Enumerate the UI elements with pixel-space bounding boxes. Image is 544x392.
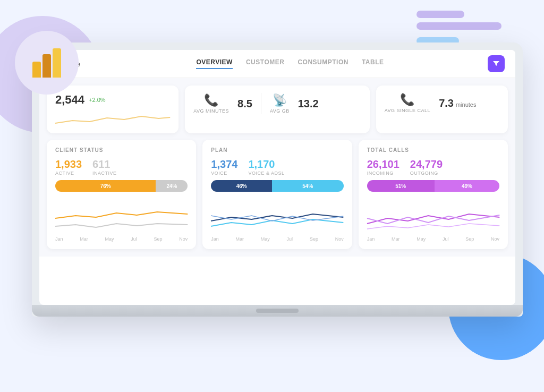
- avg-gb-label: AVG GB: [270, 108, 290, 114]
- chart-total-calls: TOTAL CALLS 26,101 INCOMING 24,779 OUTGO…: [359, 140, 508, 249]
- chart-client-status: CLIENT STATUS 1,933 ACTIVE 611 INACTIVE: [47, 140, 196, 249]
- x-label-may-1: May: [105, 236, 114, 242]
- active-seg: 76%: [55, 180, 156, 192]
- metric-change-total: +2.0%: [89, 97, 106, 103]
- vadsl-label: VOICE & ADSL: [248, 171, 284, 176]
- x-label-jul-1: Jul: [131, 236, 137, 242]
- vadsl-value: 1,170: [248, 158, 284, 171]
- plan-progress: 46% 54%: [211, 180, 343, 192]
- stat-inactive: 611 INACTIVE: [92, 158, 117, 176]
- voice-label: VOICE: [211, 171, 237, 176]
- client-status-sparkline: [55, 197, 188, 234]
- tab-table[interactable]: TABLE: [362, 58, 384, 69]
- plan-sparkline: [211, 197, 343, 234]
- metric-item-avg-minutes: 📞 AVG MINUTES: [193, 93, 229, 114]
- metric-item-avg-gb: 📡 AVG GB: [270, 93, 290, 114]
- stat-vadsl: 1,170 VOICE & ADSL: [248, 158, 284, 176]
- metric-main-total: 2,544 +2.0%: [55, 93, 170, 107]
- single-call-value-group: 7.3 minutes: [439, 97, 476, 109]
- filter-icon: [492, 60, 500, 67]
- total-calls-progress: 51% 49%: [367, 180, 499, 192]
- metric-value-total: 2,544: [55, 93, 84, 107]
- x-label-sep-1: Sep: [154, 236, 163, 242]
- metric-card-single-call: 📞 AVG SINGLE CALL 7.3 minutes: [376, 86, 508, 133]
- metric-divider-1: [261, 93, 261, 114]
- incoming-value: 26,101: [367, 158, 400, 171]
- outgoing-label: OUTGOING: [410, 171, 443, 176]
- laptop-base: [32, 305, 523, 317]
- stat-outgoing: 24,779 OUTGOING: [410, 158, 443, 176]
- client-status-title: CLIENT STATUS: [55, 147, 188, 153]
- avg-single-call-value: 7.3: [439, 97, 454, 109]
- plan-x-labels: Jan Mar May Jul Sep Nov: [211, 236, 343, 242]
- tab-customer[interactable]: CUSTOMER: [246, 58, 284, 69]
- x-label-nov-3: Nov: [491, 236, 499, 242]
- dashboard-content: 2,544 +2.0% 📞: [39, 78, 515, 257]
- x-label-mar-3: Mar: [392, 236, 400, 242]
- outgoing-value: 24,779: [410, 158, 443, 171]
- plan-stats: 1,374 VOICE 1,170 VOICE & ADSL: [211, 158, 343, 176]
- total-calls-stats: 26,101 INCOMING 24,779 OUTGOING: [367, 158, 499, 176]
- laptop-wrapper: Use Case OVERVIEW CUSTOMER CONSUMPTION T…: [32, 42, 523, 360]
- avg-minutes-label: AVG MINUTES: [193, 108, 229, 114]
- x-label-jan-1: Jan: [55, 236, 63, 242]
- metric-sparkline-total: [55, 110, 170, 126]
- active-value: 1,933: [55, 158, 82, 171]
- active-label: ACTIVE: [55, 171, 82, 176]
- x-label-jan-3: Jan: [367, 236, 375, 242]
- vadsl-seg: 54%: [272, 180, 344, 192]
- tab-overview[interactable]: OVERVIEW: [196, 58, 232, 69]
- total-calls-title: TOTAL CALLS: [367, 147, 499, 153]
- total-calls-x-labels: Jan Mar May Jul Sep Nov: [367, 236, 499, 242]
- metric-items-avg: 📞 AVG MINUTES 8.5 📡 AVG GB 13.2: [193, 93, 361, 114]
- single-call-icon: 📞: [400, 93, 414, 107]
- x-label-mar-2: Mar: [236, 236, 244, 242]
- charts-row: CLIENT STATUS 1,933 ACTIVE 611 INACTIVE: [47, 140, 508, 249]
- metric-card-avg: 📞 AVG MINUTES 8.5 📡 AVG GB 13.2: [185, 86, 370, 133]
- laptop-screen: Use Case OVERVIEW CUSTOMER CONSUMPTION T…: [39, 50, 515, 305]
- nav-tabs: OVERVIEW CUSTOMER CONSUMPTION TABLE: [103, 58, 477, 69]
- phone-icon: 📞: [204, 93, 218, 107]
- metrics-row: 2,544 +2.0% 📞: [47, 86, 508, 133]
- filter-button[interactable]: [488, 55, 505, 72]
- x-label-jul-3: Jul: [443, 236, 449, 242]
- laptop-notch: [256, 309, 299, 313]
- x-label-nov-1: Nov: [179, 236, 188, 242]
- inactive-seg: 24%: [156, 180, 188, 192]
- voice-seg: 46%: [211, 180, 272, 192]
- laptop-body: Use Case OVERVIEW CUSTOMER CONSUMPTION T…: [32, 42, 523, 317]
- dashboard-header: Use Case OVERVIEW CUSTOMER CONSUMPTION T…: [39, 50, 515, 78]
- avg-gb-value: 13.2: [298, 98, 319, 110]
- total-calls-sparkline: [367, 197, 499, 234]
- x-label-may-2: May: [261, 236, 270, 242]
- avg-single-call-unit: minutes: [456, 101, 477, 108]
- x-label-jan-2: Jan: [211, 236, 219, 242]
- stat-incoming: 26,101 INCOMING: [367, 158, 400, 176]
- pbi-logo-circle: [15, 31, 79, 95]
- tab-consumption[interactable]: CONSUMPTION: [298, 58, 348, 69]
- inactive-label: INACTIVE: [92, 171, 117, 176]
- stat-active: 1,933 ACTIVE: [55, 158, 82, 176]
- client-status-x-labels: Jan Mar May Jul Sep Nov: [55, 236, 188, 242]
- client-status-stats: 1,933 ACTIVE 611 INACTIVE: [55, 158, 188, 176]
- metric-item-single-call: 📞 AVG SINGLE CALL: [385, 93, 430, 113]
- x-label-may-3: May: [416, 236, 426, 242]
- avg-minutes-value: 8.5: [237, 98, 252, 110]
- pbi-bar-medium: [42, 54, 51, 78]
- x-label-mar-1: Mar: [80, 236, 88, 242]
- chart-plan: PLAN 1,374 VOICE 1,170 VOICE & ADSL: [202, 140, 352, 249]
- pbi-bar-tall: [53, 48, 61, 78]
- pbi-bar-short: [32, 62, 41, 78]
- client-status-progress: 76% 24%: [55, 180, 188, 192]
- x-label-sep-3: Sep: [465, 236, 474, 242]
- stat-voice: 1,374 VOICE: [211, 158, 237, 176]
- plan-title: PLAN: [211, 147, 343, 153]
- x-label-jul-2: Jul: [287, 236, 293, 242]
- metric-card-total: 2,544 +2.0%: [47, 86, 178, 133]
- x-label-sep-2: Sep: [310, 236, 318, 242]
- incoming-label: INCOMING: [367, 171, 400, 176]
- avg-single-call-label: AVG SINGLE CALL: [385, 108, 430, 113]
- wifi-icon: 📡: [273, 93, 287, 107]
- voice-value: 1,374: [211, 158, 237, 171]
- pbi-icon: [32, 48, 61, 78]
